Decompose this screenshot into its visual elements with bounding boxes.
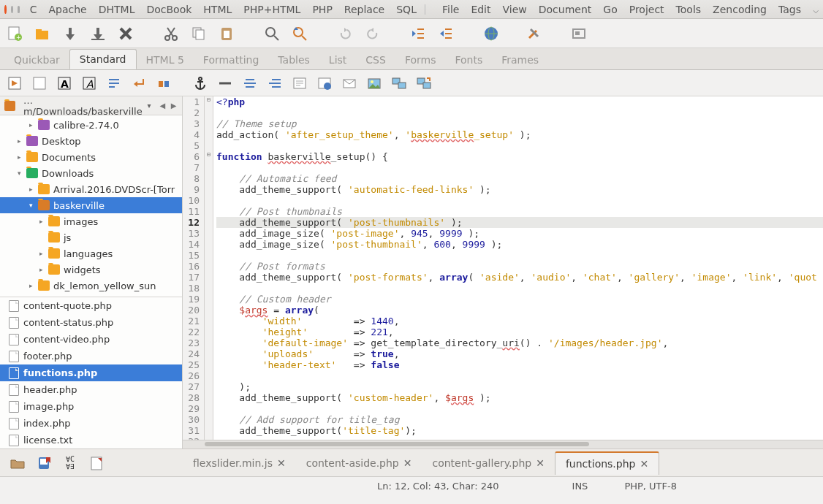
charmap-icon[interactable]: ∀C∀∃ [61,454,79,472]
chevron-down-icon[interactable]: ▾ [147,102,151,110]
save-icon[interactable] [61,25,79,42]
menu-dhtml[interactable]: DHTML [94,2,140,17]
file-item[interactable]: index.php [0,415,182,432]
menu-tools[interactable]: Tools [672,2,706,17]
thumbnail-icon[interactable] [390,75,408,92]
horizontal-scrollbar[interactable] [183,440,823,448]
fullscreen-icon[interactable] [570,25,588,42]
close-tab-icon[interactable]: ✕ [403,457,412,469]
tree-item[interactable]: ▸Desktop [0,133,182,149]
menu-tags[interactable]: Tags [774,2,805,17]
tree-item[interactable]: ▸images [0,213,182,229]
close-tab-icon[interactable]: ✕ [536,457,545,469]
open-folder-icon[interactable] [9,454,26,472]
tree-item[interactable]: ▸calibre-2.74.0 [0,117,182,133]
editor-body[interactable]: 1234567891011121314151617181920212223242… [183,96,823,440]
right-align-icon[interactable] [266,75,284,92]
body-icon[interactable] [31,75,48,92]
menu-php[interactable]: PHP [308,2,336,17]
paste-icon[interactable] [218,25,235,42]
file-item[interactable]: content-status.php [0,314,182,331]
file-item[interactable]: content-quote.php [0,297,182,314]
new-file-icon[interactable]: + [6,25,23,42]
indent-icon[interactable] [437,25,455,42]
tree-item[interactable]: ▸Arrival.2016.DVDScr-[Torr [0,181,182,197]
tree-item[interactable]: ▸languages [0,245,182,261]
image-icon[interactable] [365,75,383,92]
bookmark-icon[interactable] [35,454,53,472]
preferences-icon[interactable] [525,25,542,42]
menu-docbook[interactable]: DocBook [142,2,196,17]
paragraph-icon[interactable] [105,75,123,92]
tool-tab-html-5[interactable]: HTML 5 [137,50,194,69]
email-icon[interactable] [341,75,358,92]
close-file-icon[interactable] [117,25,134,42]
break-icon[interactable] [130,75,148,92]
menu-document[interactable]: Document [534,2,596,17]
tree-item[interactable]: js [0,229,182,245]
bold-icon[interactable]: A [56,75,73,92]
file-item[interactable]: functions.php [0,364,182,381]
search-icon[interactable] [263,25,281,42]
quickstart-icon[interactable] [6,75,23,92]
menu-view[interactable]: View [498,2,531,17]
nbsp-icon[interactable] [155,75,172,92]
save-as-icon[interactable] [89,25,107,42]
menu-sql[interactable]: SQL [392,2,421,17]
doc-tab[interactable]: functions.php✕ [555,451,659,475]
nav-right-icon[interactable]: ▶ [171,102,178,110]
tree-item[interactable]: ▸Documents [0,149,182,165]
tool-tab-frames[interactable]: Frames [492,50,548,69]
code-area[interactable]: <?php // Theme setupadd_action( 'after_s… [213,96,823,440]
menu-html[interactable]: HTML [199,2,236,17]
menu-project[interactable]: Project [625,2,669,17]
close-icon[interactable] [4,5,7,14]
directory-bar[interactable]: …m/Downloads/baskerville ▾ ◀ ▶ [0,96,182,115]
menu-go[interactable]: Go [599,2,621,17]
unindent-icon[interactable] [409,25,427,42]
menu-c[interactable]: C [26,2,42,17]
file-item[interactable]: footer.php [0,348,182,364]
fold-gutter[interactable]: ⊟⊟ [205,96,213,440]
file-item[interactable]: header.php [0,381,182,398]
redo-icon[interactable] [364,25,382,42]
close-tab-icon[interactable]: ✕ [277,457,286,469]
tree-item[interactable]: ▸dk_lemon_yellow_sun [0,278,182,294]
doc-tab[interactable]: content-aside.php✕ [296,452,422,474]
multi-thumb-icon[interactable] [415,75,433,92]
open-file-icon[interactable] [34,25,51,42]
menu-zencoding[interactable]: Zencoding [708,2,771,17]
tool-tab-formatting[interactable]: Formatting [194,50,268,69]
file-item[interactable]: content-video.php [0,331,182,348]
file-item[interactable]: license.txt [0,432,182,448]
nav-left-icon[interactable]: ◀ [159,102,166,110]
tool-tab-quickbar[interactable]: Quickbar [4,50,69,69]
menu-apache[interactable]: Apache [44,2,91,17]
tool-tab-list[interactable]: List [319,50,356,69]
doc-tab[interactable]: content-gallery.php✕ [422,452,554,474]
menu-file[interactable]: File [438,2,463,17]
doc-tab[interactable]: flexslider.min.js✕ [183,452,296,474]
tool-tab-fonts[interactable]: Fonts [445,50,492,69]
tool-tab-standard[interactable]: Standard [69,49,137,69]
link-icon[interactable] [316,75,333,92]
cut-icon[interactable] [162,25,180,42]
menu-php+html[interactable]: PHP+HTML [239,2,305,17]
tool-tab-tables[interactable]: Tables [268,50,319,69]
snippets-icon[interactable] [88,454,105,472]
menu-edit[interactable]: Edit [466,2,495,17]
tool-tab-css[interactable]: CSS [356,50,395,69]
menu-overflow-icon[interactable]: ⌵ [808,2,823,17]
center-icon[interactable] [241,75,259,92]
find-replace-icon[interactable] [291,25,308,42]
italic-icon[interactable]: A [80,75,98,92]
minimize-icon[interactable] [11,6,13,13]
tree-item[interactable]: ▸widgets [0,261,182,278]
comment-icon[interactable] [291,75,308,92]
close-tab-icon[interactable]: ✕ [640,458,648,470]
globe-icon[interactable] [482,25,500,42]
undo-icon[interactable] [336,25,354,42]
hrule-icon[interactable] [216,75,234,92]
tree-item[interactable]: ▾baskerville [0,197,182,213]
anchor-icon[interactable] [191,75,209,92]
